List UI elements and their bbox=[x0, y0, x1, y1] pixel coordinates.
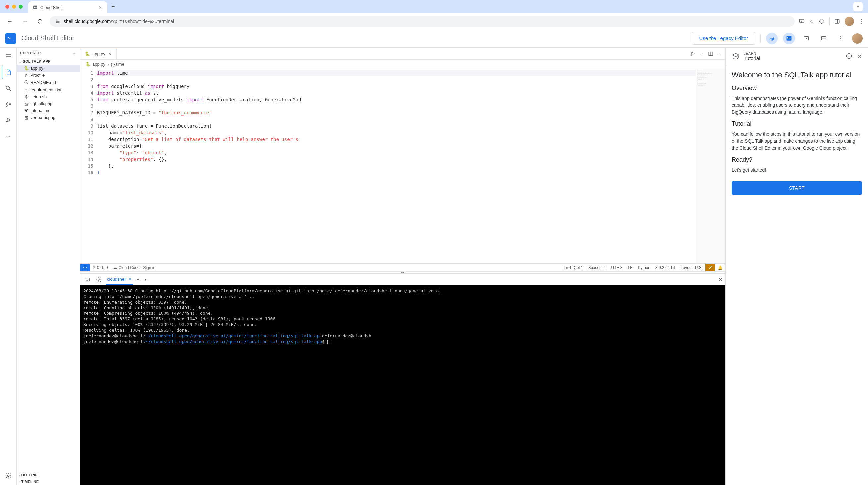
editor-tab-bar: 🐍 app.py ✕ ··· bbox=[80, 48, 725, 60]
extensions-icon[interactable] bbox=[818, 18, 825, 24]
window-max-dot[interactable] bbox=[19, 5, 23, 9]
close-terminal-icon[interactable]: ✕ bbox=[128, 277, 132, 282]
file-name: requirements.txt bbox=[31, 87, 61, 92]
chevron-right-icon: › bbox=[19, 474, 20, 477]
window-close-dot[interactable] bbox=[5, 5, 9, 9]
encoding-setting[interactable]: UTF-8 bbox=[609, 264, 625, 271]
svg-line-12 bbox=[9, 89, 10, 91]
file-item[interactable]: $setup.sh bbox=[17, 93, 80, 100]
terminal-tab[interactable]: cloudshell ✕ bbox=[106, 274, 133, 285]
python-file-icon: 🐍 bbox=[85, 52, 90, 56]
tab-menu-button[interactable] bbox=[854, 2, 863, 11]
terminal-toggle-button[interactable] bbox=[783, 32, 795, 44]
cursor-position[interactable]: Ln 1, Col 1 bbox=[561, 264, 586, 271]
file-name: setup.sh bbox=[31, 94, 47, 99]
preview-button[interactable] bbox=[800, 32, 812, 44]
file-icon: $ bbox=[24, 95, 29, 99]
menu-icon[interactable]: ⋮ bbox=[859, 18, 864, 25]
layout-button[interactable] bbox=[817, 32, 830, 44]
file-item[interactable]: ⮟tutorial.md bbox=[17, 107, 80, 114]
file-item[interactable]: ≡requirements.txt bbox=[17, 86, 80, 93]
file-item[interactable]: ⓘREADME.md bbox=[17, 79, 80, 86]
source-control-icon[interactable] bbox=[2, 97, 15, 111]
close-tab-icon[interactable]: ✕ bbox=[108, 52, 112, 56]
site-settings-icon[interactable] bbox=[55, 19, 60, 24]
minimap[interactable]: import timefrom google.cloud import bigq… bbox=[695, 69, 725, 264]
back-button[interactable]: ← bbox=[4, 17, 15, 26]
file-icon: ≡ bbox=[24, 88, 29, 92]
file-name: app.py bbox=[31, 66, 43, 71]
notifications-icon[interactable]: 🔔 bbox=[715, 264, 725, 271]
problems-indicator[interactable]: ⊘0 ⚠0 bbox=[90, 264, 111, 271]
ready-title: Ready? bbox=[732, 156, 862, 163]
outline-header[interactable]: › OUTLINE bbox=[17, 472, 80, 478]
close-icon[interactable]: ✕ bbox=[98, 5, 102, 10]
start-button[interactable]: START bbox=[732, 181, 862, 195]
code-editor[interactable]: 12345678910111213141516 import time from… bbox=[80, 69, 725, 264]
editor-more-icon[interactable]: ··· bbox=[718, 51, 721, 56]
svg-point-16 bbox=[6, 121, 7, 122]
legacy-editor-button[interactable]: Use the Legacy Editor bbox=[692, 32, 755, 45]
info-icon[interactable] bbox=[846, 53, 852, 60]
editor-tab[interactable]: 🐍 app.py ✕ bbox=[80, 48, 117, 59]
python-interpreter[interactable]: 3.9.2 64-bit bbox=[653, 264, 678, 271]
breadcrumb[interactable]: 🐍 app.py › { } time bbox=[80, 60, 725, 69]
browser-tab-title: Cloud Shell bbox=[40, 5, 96, 10]
more-activity-icon[interactable]: ··· bbox=[2, 129, 15, 143]
forward-button[interactable]: → bbox=[19, 17, 31, 26]
terminal-output[interactable]: 2024/03/29 18:45:38 Cloning https://gith… bbox=[80, 285, 725, 485]
language-mode[interactable]: Python bbox=[635, 264, 653, 271]
explorer-title: EXPLORER bbox=[20, 51, 72, 55]
project-header[interactable]: ⌄ SQL-TALK-APP bbox=[17, 58, 80, 65]
install-icon[interactable] bbox=[799, 18, 805, 24]
file-item[interactable]: 🐍app.py bbox=[17, 65, 80, 72]
side-panel-icon[interactable] bbox=[834, 18, 840, 24]
explorer-icon[interactable] bbox=[2, 66, 15, 79]
run-menu-icon[interactable] bbox=[700, 51, 703, 56]
svg-point-29 bbox=[849, 54, 849, 55]
file-item[interactable]: ↱Procfile bbox=[17, 72, 80, 79]
keyboard-layout[interactable]: Layout: U.S. bbox=[678, 264, 705, 271]
timeline-header[interactable]: › TIMELINE bbox=[17, 478, 80, 485]
terminal-menu-icon[interactable]: ▾ bbox=[143, 277, 148, 282]
window-min-dot[interactable] bbox=[12, 5, 16, 9]
reload-button[interactable] bbox=[34, 17, 46, 26]
indent-setting[interactable]: Spaces: 4 bbox=[586, 264, 609, 271]
svg-rect-6 bbox=[787, 36, 792, 41]
svg-rect-9 bbox=[821, 36, 826, 40]
remote-indicator[interactable] bbox=[80, 264, 90, 271]
svg-point-13 bbox=[6, 102, 7, 103]
explorer-menu-icon[interactable]: ··· bbox=[72, 51, 76, 55]
cloud-code-status[interactable]: ☁ Cloud Code - Sign in bbox=[111, 264, 158, 271]
more-menu-button[interactable]: ⋮ bbox=[835, 32, 847, 44]
search-icon[interactable] bbox=[2, 82, 15, 95]
svg-rect-0 bbox=[33, 6, 37, 9]
file-icon: 🐍 bbox=[24, 66, 29, 71]
keyboard-icon[interactable] bbox=[83, 277, 92, 282]
debug-icon[interactable] bbox=[2, 114, 15, 127]
tutorial-heading: Welcome to the SQL Talk app tutorial bbox=[732, 71, 862, 79]
settings-icon[interactable] bbox=[2, 469, 15, 482]
close-tutorial-icon[interactable]: ✕ bbox=[857, 53, 862, 60]
new-terminal-button[interactable]: + bbox=[135, 277, 141, 282]
profile-avatar[interactable] bbox=[845, 17, 854, 26]
overview-title: Overview bbox=[732, 85, 862, 92]
status-orange-indicator[interactable] bbox=[705, 264, 715, 271]
split-editor-icon[interactable] bbox=[708, 51, 713, 56]
user-avatar[interactable] bbox=[852, 33, 863, 44]
run-button[interactable] bbox=[690, 51, 695, 56]
editor-toggle-button[interactable] bbox=[766, 32, 778, 44]
svg-rect-25 bbox=[86, 280, 88, 280]
file-item[interactable]: ▧sql-talk.png bbox=[17, 100, 80, 107]
menu-toggle-icon[interactable] bbox=[2, 50, 15, 63]
file-icon: ▧ bbox=[24, 101, 29, 106]
file-item[interactable]: ▧vertex-ai.png bbox=[17, 114, 80, 121]
svg-point-2 bbox=[56, 22, 57, 23]
close-panel-icon[interactable]: ✕ bbox=[718, 276, 723, 283]
bookmark-icon[interactable]: ☆ bbox=[809, 18, 814, 25]
eol-setting[interactable]: LF bbox=[625, 264, 635, 271]
terminal-settings-icon[interactable] bbox=[94, 277, 103, 283]
browser-tab[interactable]: Cloud Shell ✕ bbox=[28, 1, 107, 13]
new-tab-button[interactable]: + bbox=[112, 3, 115, 10]
address-bar[interactable]: shell.cloud.google.com/?pli=1&show=ide%2… bbox=[50, 16, 795, 27]
